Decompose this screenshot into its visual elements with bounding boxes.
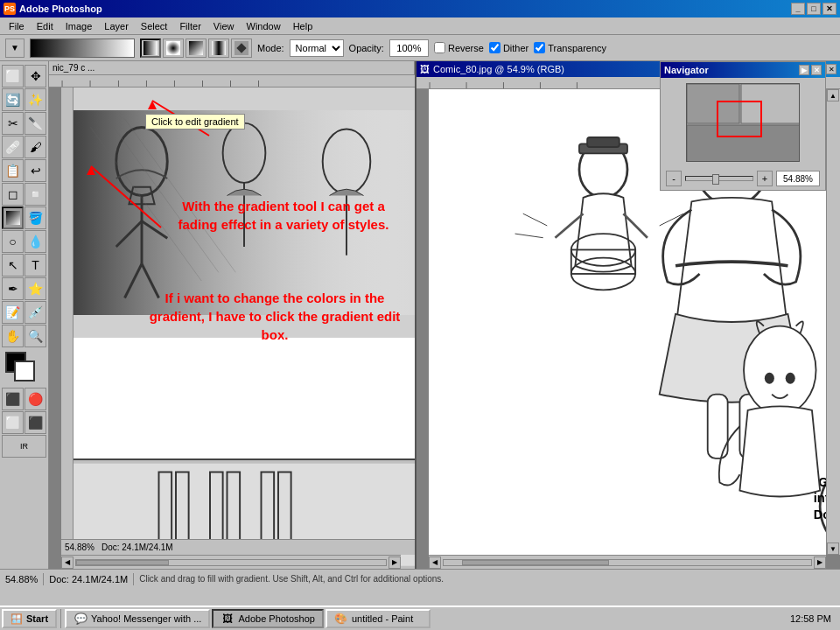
zoom-slider[interactable]: [685, 176, 753, 181]
zoom-out-btn[interactable]: -: [666, 171, 682, 186]
scroll-down-btn[interactable]: ▼: [827, 542, 839, 555]
full-screen-mode[interactable]: ⬛: [24, 411, 46, 434]
hand-tool[interactable]: ✋: [2, 325, 24, 347]
crop-tool[interactable]: ✂: [2, 112, 24, 135]
gradient-preview[interactable]: [30, 38, 135, 58]
brush-tool[interactable]: 🖌: [24, 136, 46, 158]
stamp-tool[interactable]: 📋: [2, 159, 24, 182]
svg-rect-67: [687, 125, 800, 162]
dodge-tool[interactable]: ○: [2, 230, 24, 253]
zoom-tool[interactable]: 🔍: [24, 325, 46, 347]
reverse-checkbox[interactable]: [434, 42, 445, 53]
mode-label: Mode:: [257, 43, 284, 53]
annotation-area: [74, 338, 415, 458]
doc-tab[interactable]: nic_79 c ...: [49, 61, 415, 75]
reflected-gradient-button[interactable]: [208, 38, 229, 58]
svg-rect-66: [741, 84, 800, 123]
scroll-thumb[interactable]: [76, 560, 169, 565]
menu-view[interactable]: View: [208, 19, 240, 33]
move-tool[interactable]: ✥: [24, 65, 46, 88]
tool-row-screens: ⬜ ⬛: [2, 411, 46, 434]
type-tool[interactable]: T: [24, 254, 46, 276]
svg-rect-1: [166, 41, 180, 55]
h-scroll-track[interactable]: [443, 559, 812, 566]
healing-brush-tool[interactable]: 🩹: [2, 136, 24, 158]
standard-screen-mode[interactable]: ⬜: [2, 411, 24, 434]
diamond-gradient-button[interactable]: [231, 38, 252, 58]
transparency-checkbox[interactable]: [534, 42, 545, 53]
zoom-in-btn[interactable]: +: [757, 171, 773, 186]
maximize-button[interactable]: □: [807, 3, 821, 15]
notes-tool[interactable]: 📝: [2, 301, 24, 324]
blur-tool[interactable]: 💧: [24, 230, 46, 253]
radial-gradient-button[interactable]: [163, 38, 184, 58]
menu-help[interactable]: Help: [288, 19, 318, 33]
jump-to-imageready[interactable]: IR: [2, 435, 46, 458]
opacity-input[interactable]: [389, 39, 429, 57]
panel-close-btn[interactable]: ✕: [811, 65, 822, 75]
quick-mask-mode[interactable]: 🔴: [24, 388, 46, 410]
h-scrollbar-left[interactable]: ◀ ▶: [61, 555, 401, 569]
close-button[interactable]: ✕: [822, 3, 836, 15]
path-selection-tool[interactable]: ↖: [2, 254, 24, 276]
tool-preset-button[interactable]: ▼: [5, 38, 24, 58]
pen-tool[interactable]: ✒: [2, 277, 24, 300]
taskbar-item-paint[interactable]: 🎨 untitled - Paint: [326, 609, 430, 628]
taskbar: 🪟 Start 💬 Yahoo! Messenger with ... 🖼 Ad…: [0, 606, 840, 630]
slice-tool[interactable]: 🔪: [24, 112, 46, 135]
left-image-area[interactable]: With the gradient tool I can get a fadin…: [61, 88, 415, 569]
paint-bucket-tool[interactable]: 🪣: [24, 206, 46, 229]
scroll-left-btn[interactable]: ◀: [61, 556, 74, 569]
menu-file[interactable]: File: [4, 19, 30, 33]
history-brush-tool[interactable]: ↩: [24, 159, 46, 182]
dither-checkbox[interactable]: [489, 42, 500, 53]
menu-image[interactable]: Image: [60, 19, 98, 33]
dither-checkbox-label[interactable]: Dither: [489, 42, 528, 53]
scroll-right-btn[interactable]: ▶: [388, 556, 401, 569]
mode-select[interactable]: Normal: [290, 39, 344, 57]
nav-thumbnail[interactable]: [686, 83, 800, 162]
h-scrollbar-right[interactable]: ◀ ▶: [429, 555, 826, 569]
panel-menu-btn[interactable]: ▶: [799, 65, 809, 75]
menu-edit[interactable]: Edit: [32, 19, 59, 33]
custom-shape-tool[interactable]: ⭐: [24, 277, 46, 300]
rectangular-marquee-tool[interactable]: ⬜: [2, 65, 24, 88]
menu-layer[interactable]: Layer: [99, 19, 134, 33]
background-color[interactable]: [14, 360, 35, 382]
right-comic-window: 🖼 Comic_80.jpg @ 54.9% (RGB) _ □ ✕ || ||…: [416, 61, 840, 569]
h-scroll-thumb[interactable]: [462, 560, 609, 565]
taskbar-item-yahoo[interactable]: 💬 Yahoo! Messenger with ...: [65, 609, 210, 628]
h-scroll-left-btn[interactable]: ◀: [429, 556, 441, 569]
taskbar-item-photoshop[interactable]: 🖼 Adobe Photoshop: [212, 609, 323, 628]
h-scroll-right-btn[interactable]: ▶: [814, 556, 826, 569]
options-bar: ▼ Mode: Normal Opacity: Reverse Dither: [0, 35, 840, 61]
lasso-tool[interactable]: 🔄: [2, 88, 24, 111]
zoom-input[interactable]: [776, 171, 820, 186]
eraser-tool[interactable]: ◻: [2, 183, 24, 206]
v-scrollbar-right[interactable]: ▲ ▼: [826, 89, 840, 555]
scroll-track[interactable]: [75, 559, 387, 566]
scroll-up-btn[interactable]: ▲: [827, 89, 839, 102]
doc-size: Doc: 24.1M/24.1M: [102, 542, 173, 552]
status-divider-2: [133, 573, 134, 585]
minimize-button[interactable]: _: [791, 3, 805, 15]
menu-select[interactable]: Select: [136, 19, 173, 33]
angle-gradient-button[interactable]: [186, 38, 206, 58]
start-button[interactable]: 🪟 Start: [2, 609, 57, 628]
comic-close-btn[interactable]: ✕: [826, 64, 836, 74]
reverse-checkbox-label[interactable]: Reverse: [434, 42, 484, 53]
svg-text:into the hut!: into the hut!: [814, 491, 826, 505]
eyedropper-tool[interactable]: 💉: [24, 301, 46, 324]
magic-wand-tool[interactable]: ✨: [24, 88, 46, 111]
linear-gradient-button[interactable]: [140, 38, 161, 58]
menu-filter[interactable]: Filter: [174, 19, 206, 33]
menu-window[interactable]: Window: [242, 19, 286, 33]
gradient-tool[interactable]: [2, 206, 24, 229]
ruler-left: [61, 88, 74, 569]
tool-row-11: 📝 💉: [2, 301, 46, 324]
background-eraser-tool[interactable]: ◽: [24, 183, 46, 206]
svg-point-63: [786, 373, 795, 384]
zoom-slider-thumb[interactable]: [712, 174, 719, 185]
transparency-checkbox-label[interactable]: Transparency: [534, 42, 606, 53]
standard-mode[interactable]: ⬛: [2, 388, 24, 410]
